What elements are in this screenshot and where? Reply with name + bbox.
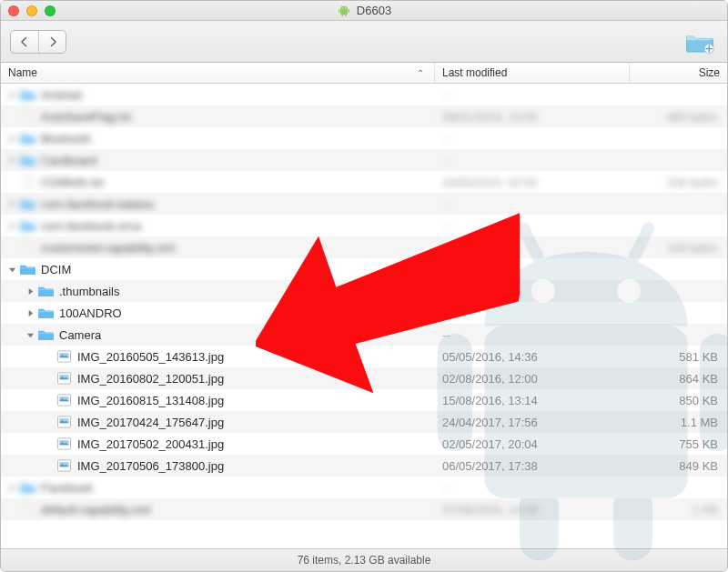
svg-rect-0 — [340, 8, 348, 15]
svg-point-13 — [66, 353, 68, 355]
table-row[interactable]: customized-capability.xml--144 bytes — [1, 236, 727, 258]
file-name: IMG_20170506_173800.jpg — [77, 459, 224, 473]
disclosure-closed-icon[interactable] — [6, 155, 17, 166]
forward-button[interactable] — [38, 31, 66, 53]
image-file-icon — [56, 437, 72, 450]
folder-icon — [20, 263, 35, 276]
file-modified: 20/05/2015, 02:50 — [442, 176, 538, 189]
file-modified: 05/05/2016, 14:36 — [442, 350, 538, 364]
titlebar: D6603 — [1, 1, 727, 21]
file-modified: -- — [442, 219, 450, 233]
file-list[interactable]: Android--AutoSaveFlag.txt08/01/2019, 13:… — [1, 84, 727, 548]
table-row[interactable]: .thumbnails-- — [1, 280, 727, 302]
image-file-icon — [56, 416, 72, 428]
table-row[interactable]: IMG_20160802_120051.jpg02/08/2016, 12:00… — [1, 367, 727, 389]
column-size[interactable]: Size — [630, 63, 727, 83]
file-size: 864 KB — [679, 372, 718, 386]
table-row[interactable]: Camera-- — [1, 324, 727, 346]
table-row[interactable]: AutoSaveFlag.txt08/01/2019, 13:05490 byt… — [1, 105, 727, 127]
window-title: D6603 — [1, 4, 727, 18]
file-modified: 07/06/2020, 14:19 — [442, 503, 538, 517]
file-size: 1 KB — [693, 503, 718, 517]
close-icon[interactable] — [8, 5, 19, 16]
table-row[interactable]: Android-- — [1, 84, 727, 105]
file-name: com.facebook.orca — [41, 219, 141, 233]
file-name: default-capability.xml — [41, 503, 150, 517]
file-name: Cardboard — [41, 154, 96, 167]
disclosure-closed-icon[interactable] — [6, 482, 17, 493]
table-row[interactable]: IMG_20170506_173800.jpg06/05/2017, 17:38… — [1, 455, 727, 477]
table-row[interactable]: IMG_20160815_131408.jpg15/08/2016, 13:14… — [1, 389, 727, 411]
file-name: IMG_20170424_175647.jpg — [77, 416, 224, 429]
svg-point-29 — [66, 440, 68, 442]
android-icon — [337, 4, 351, 18]
table-row[interactable]: IMG_20170502_200431.jpg02/05/2017, 20:04… — [1, 433, 727, 455]
chevron-right-icon — [48, 36, 57, 47]
back-button[interactable] — [11, 31, 38, 53]
disclosure-closed-icon[interactable] — [25, 286, 35, 296]
file-size: 158 bytes — [667, 176, 718, 189]
file-modified: -- — [442, 241, 450, 255]
file-name: com.facebook.katana — [41, 197, 154, 211]
file-icon — [20, 176, 35, 188]
table-row[interactable]: DCIM-- — [1, 258, 727, 280]
file-icon — [20, 110, 35, 123]
folder-icon — [20, 132, 35, 145]
disclosure-open-icon[interactable] — [6, 264, 17, 275]
disclosure-closed-icon[interactable] — [25, 307, 35, 318]
table-row[interactable]: Facebook-- — [1, 477, 727, 498]
sort-caret-icon: ⌃ — [417, 68, 427, 78]
disclosure-closed-icon[interactable] — [6, 198, 17, 209]
disclosure-closed-icon[interactable] — [6, 220, 17, 231]
file-modified: -- — [442, 154, 450, 167]
svg-point-7 — [342, 6, 343, 7]
file-name: AutoSaveFlag.txt — [41, 110, 131, 124]
table-row[interactable]: Cardboard-- — [1, 149, 727, 171]
folder-icon — [38, 306, 54, 319]
zoom-icon[interactable] — [45, 5, 56, 16]
file-name: IMG_20160505_143613.jpg — [77, 350, 224, 364]
table-row[interactable]: IMG_20170424_175647.jpg24/04/2017, 17:56… — [1, 411, 727, 433]
toolbar — [1, 21, 727, 63]
table-row[interactable]: IMG_20160505_143613.jpg05/05/2016, 14:36… — [1, 346, 727, 367]
folder-icon — [20, 219, 35, 232]
svg-point-21 — [66, 396, 68, 398]
svg-rect-4 — [345, 14, 347, 16]
table-row[interactable]: 100ANDRO-- — [1, 302, 727, 324]
file-modified: -- — [442, 197, 450, 211]
file-modified: 15/08/2016, 13:14 — [442, 394, 538, 407]
folder-icon — [20, 88, 35, 101]
folder-icon — [38, 328, 54, 341]
file-modified: 02/05/2017, 20:04 — [442, 437, 538, 451]
file-name: 100ANDRO — [59, 306, 122, 320]
file-modified: 02/08/2016, 12:00 — [442, 372, 538, 386]
table-row[interactable]: CGMinfo.txt20/05/2015, 02:50158 bytes — [1, 171, 727, 193]
column-header: Name ⌃ Last modified Size — [1, 63, 727, 84]
file-size: 849 KB — [679, 459, 718, 473]
table-row[interactable]: com.facebook.katana-- — [1, 193, 727, 215]
new-folder-button[interactable] — [682, 28, 718, 55]
file-name: IMG_20160802_120051.jpg — [77, 372, 224, 386]
column-modified[interactable]: Last modified — [435, 63, 630, 83]
file-modified: -- — [442, 263, 450, 276]
svg-line-6 — [346, 5, 347, 6]
file-icon — [20, 503, 35, 516]
file-modified: -- — [442, 306, 450, 320]
disclosure-open-icon[interactable] — [25, 329, 35, 340]
file-name: IMG_20170502_200431.jpg — [77, 437, 224, 451]
svg-line-5 — [341, 5, 342, 6]
svg-point-33 — [66, 462, 68, 464]
table-row[interactable]: default-capability.xml07/06/2020, 14:191… — [1, 498, 727, 520]
disclosure-closed-icon[interactable] — [6, 133, 17, 144]
disclosure-closed-icon[interactable] — [6, 89, 17, 100]
image-file-icon — [56, 350, 72, 363]
file-modified: 06/05/2017, 17:38 — [442, 459, 538, 473]
table-row[interactable]: Bluetooth-- — [1, 127, 727, 149]
file-modified: 24/04/2017, 17:56 — [442, 416, 538, 429]
file-name: IMG_20160815_131408.jpg — [77, 394, 224, 407]
status-text: 76 items, 2.13 GB available — [298, 554, 431, 567]
minimize-icon[interactable] — [26, 5, 37, 16]
table-row[interactable]: com.facebook.orca-- — [1, 215, 727, 236]
image-file-icon — [56, 459, 72, 472]
column-name[interactable]: Name ⌃ — [1, 63, 435, 83]
